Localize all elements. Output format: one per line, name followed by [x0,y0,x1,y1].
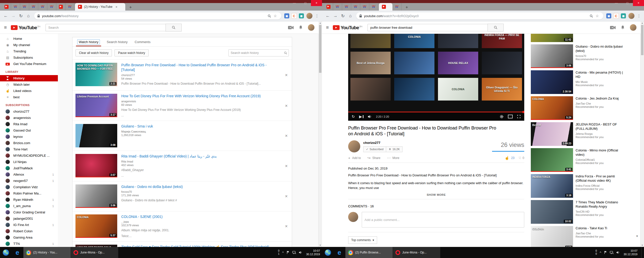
taskbar-opera-window-button[interactable]: June-Mona - Op... [393,247,440,258]
back-button[interactable]: ← [2,12,10,20]
subscription-item[interactable]: IG Fine Art 1 [0,222,58,228]
video-title[interactable]: Colonia - Mirno more (Official video) [576,148,625,157]
browser-tab[interactable] [56,3,65,11]
like-button[interactable]: ☝23 [505,156,514,160]
browser-tab[interactable] [38,3,47,11]
tab-close-icon[interactable]: × [115,5,117,9]
remove-from-history-icon[interactable]: ✕ [285,134,288,138]
video-player[interactable]: COLONIA INDIRA FORZA — PRVI SE PAM Best … [348,34,524,121]
subscription-item[interactable]: TTN 1 [0,241,58,247]
search-input[interactable] [46,24,166,31]
remove-from-history-icon[interactable]: ✕ [285,194,288,198]
speaker-icon[interactable] [616,251,620,254]
video-title-link[interactable]: Puffin Browser Pro Free Download - How t… [121,63,272,72]
sidebar-library-item[interactable]: History [0,75,58,81]
subscription-item[interactable]: nexgen57 1 [0,178,58,184]
browser-profile-avatar[interactable] [628,13,634,19]
maximize-button[interactable]: □ [300,0,311,6]
video-thumbnail[interactable]: COLONIA 5:24 [531,96,573,120]
video-thumbnail[interactable]: COLONIA 6:53 [531,226,573,247]
new-tab-button[interactable]: + [403,4,411,11]
browser-tab[interactable] [360,3,369,11]
video-thumbnail[interactable]: 3:06 [531,44,573,68]
end-screen-video-tile[interactable] [350,78,391,101]
subscription-item[interactable]: Tone Hart [0,146,58,152]
youtube-logo[interactable]: ▶ YouTube BA [11,25,41,30]
video-channel[interactable]: _ jopa [121,220,280,223]
video-thumbnail[interactable]: COLONIA 5:37 [75,214,117,238]
video-thumbnail[interactable]: 2:30:54 [531,70,573,94]
video-thumbnail[interactable]: Best of 2:09:23 [531,122,573,146]
video-title-link[interactable]: Rita Imad - Baddi Ghayyer (Official Vide… [121,154,272,159]
back-button[interactable]: ← [324,12,332,20]
channel-avatar[interactable] [348,140,360,152]
history-tab[interactable]: Search history [104,37,131,46]
recommended-video-item[interactable]: INDIRA FORZA 3:18 Indira Forza - Prvi se… [531,174,625,198]
show-desktop-button[interactable] [641,247,643,258]
end-screen-video-tile[interactable] [438,34,478,48]
browser-tab[interactable] [333,3,342,11]
notifications-bell-icon[interactable] [299,25,303,30]
video-title-link[interactable]: COLONIA - SJENE (2001) [121,214,272,219]
hamburger-menu-icon[interactable]: ≡ [4,25,7,30]
browser-menu-icon[interactable]: ⋮ [314,14,320,18]
remove-from-history-icon[interactable]: ✕ [285,164,288,168]
video-title-link[interactable]: How To Get Disney Plus For Free With Ver… [121,94,272,99]
video-title[interactable]: Colonia - Takvi Kao Ti [576,226,607,231]
speaker-icon[interactable] [299,251,302,254]
video-title[interactable]: Giuliano - Dobro mi došla ljubavi (tekst… [576,45,625,53]
end-screen-video-tile[interactable]: INDIRA FORZA — PRVI SE PAM [482,34,522,48]
extension-icon-teal[interactable]: ▦ [299,13,304,18]
video-title[interactable]: Colonia - Mix pesama (HITOVI) | HD [576,71,625,79]
forward-button[interactable]: → [10,12,17,20]
remove-from-history-icon[interactable]: ✕ [285,73,288,77]
home-button[interactable]: ⌂ [25,12,32,20]
globe-browser-icon[interactable] [322,247,334,258]
minimize-button[interactable]: — [289,0,300,6]
page-scrollbar[interactable]: ▲ ▼ [640,21,644,247]
browser-tab[interactable] [2,3,11,11]
network-icon[interactable] [292,251,296,254]
video-title-link[interactable]: Giuliano - Srna i vuk [121,124,272,129]
video-title[interactable]: Indira Forza - Prvi se pamti (Official m… [576,174,625,183]
forward-button[interactable]: → [332,12,339,20]
end-screen-video-tile[interactable] [482,52,522,74]
sidebar-library-item[interactable]: Liked videos [0,88,58,94]
browser-tab[interactable] [342,3,351,11]
sidebar-library-item[interactable]: Watch later [0,81,58,88]
end-screen-video-tile[interactable] [394,52,434,74]
extension-icon-teal[interactable]: ▦ [621,13,626,18]
share-button[interactable]: ↪Share [367,156,380,160]
video-thumbnail[interactable]: Lifetime Premium Account 3:17 [75,94,117,117]
recommended-video-item[interactable]: 10:02 7 Times They Made Cristiano Ronald… [531,200,625,224]
new-tab-button[interactable]: + [127,4,134,11]
remove-from-history-icon[interactable]: ✕ [285,104,288,108]
account-avatar[interactable] [630,24,636,31]
video-thumbnail[interactable]: 10:02 [531,200,573,224]
browser-tab[interactable] [65,3,74,11]
scroll-down-arrow[interactable]: ▼ [318,244,322,247]
browser-tab[interactable] [20,3,29,11]
reload-button[interactable]: ↻ [17,12,25,20]
recommended-video-item[interactable]: 2:30:54 Colonia - Mix pesama (HITOVI) | … [531,70,625,94]
video-title[interactable]: Colonia - Jes Jednom Za Kraj [576,96,619,101]
end-screen-video-tile[interactable] [394,78,434,101]
dislike-button[interactable]: ☟0 [518,156,524,160]
action-center-flag-icon[interactable] [287,251,290,254]
taskbar-chrome-window-button[interactable]: (2) Puffin Browse... [345,247,393,258]
browser-tab[interactable] [29,3,38,11]
subscription-item[interactable]: Ryan Hildreth 1 [0,197,58,203]
bookmark-star-icon[interactable]: ☆ [594,14,600,18]
video-thumbnail[interactable]: 3:08 [75,124,117,147]
taskbar-chrome-window-button[interactable]: (2) History - You... [23,247,71,258]
history-tab[interactable]: Watch history [74,37,103,46]
minimize-button[interactable]: — [611,0,622,6]
subscription-item[interactable]: jadangel2001 [0,215,58,222]
search-watch-history-input[interactable] [229,51,283,55]
search-button[interactable] [166,24,182,31]
subscription-item[interactable]: JodiThaMack [0,165,58,171]
hidden-icons-arrow[interactable]: ^ [282,251,284,254]
replay-icon[interactable]: ↻ [352,115,355,118]
subscription-item[interactable]: Gassed Out [0,127,58,134]
address-bar[interactable]: youtube.com/watch?v=8zRO2pDxyc0 ☆ [356,12,603,19]
